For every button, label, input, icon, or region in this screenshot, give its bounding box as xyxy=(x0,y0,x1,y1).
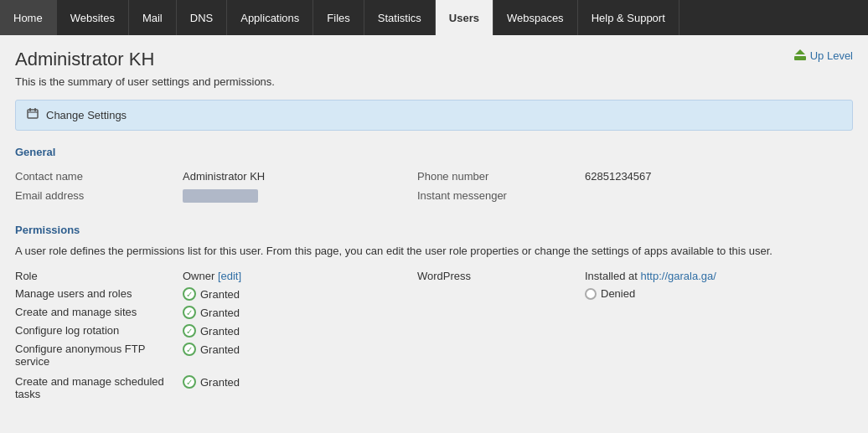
general-info: Contact name Administrator KH Phone numb… xyxy=(15,167,853,209)
nav-bar: HomeWebsitesMailDNSApplicationsFilesStat… xyxy=(0,0,868,35)
granted-label-5: Granted xyxy=(200,376,240,389)
role-value: Owner xyxy=(183,270,218,282)
perm-label-5: Create and manage scheduledtasks xyxy=(15,375,164,400)
phone-label: Phone number xyxy=(417,167,585,186)
granted-label-3: Granted xyxy=(200,325,240,338)
granted-item-4: ✓ Granted xyxy=(183,343,417,356)
denied-item: Denied xyxy=(585,287,853,300)
general-heading: General xyxy=(15,146,853,158)
contact-name-label: Contact name xyxy=(15,167,183,186)
nav-item-users[interactable]: Users xyxy=(436,0,493,35)
role-label: Role xyxy=(15,270,38,282)
settings-bar-label: Change Settings xyxy=(46,109,127,121)
perm-label-4: Configure anonymous FTPservice xyxy=(15,343,145,368)
svg-marker-1 xyxy=(795,49,805,54)
edit-link[interactable]: [edit] xyxy=(218,270,241,282)
nav-item-help---support[interactable]: Help & Support xyxy=(578,0,679,35)
page-header: Administrator KH Up Level xyxy=(15,49,853,70)
granted-item-5: ✓ Granted xyxy=(183,375,417,389)
nav-item-webspaces[interactable]: Webspaces xyxy=(493,0,578,35)
table-row: Configure anonymous FTPservice ✓ Granted xyxy=(15,340,853,373)
granted-icon-3: ✓ xyxy=(183,324,196,338)
nav-item-home[interactable]: Home xyxy=(0,0,57,35)
granted-label-4: Granted xyxy=(200,343,240,356)
app-label: WordPress xyxy=(417,270,471,282)
nav-item-mail[interactable]: Mail xyxy=(129,0,177,35)
up-level-icon xyxy=(793,49,807,62)
email-blurred xyxy=(183,189,258,203)
table-row: Configure log rotation ✓ Granted xyxy=(15,322,853,340)
perm-label-3: Configure log rotation xyxy=(15,324,119,337)
table-row: Create and manage sites ✓ Granted xyxy=(15,303,853,322)
svg-rect-2 xyxy=(28,110,38,118)
settings-bar[interactable]: Change Settings xyxy=(15,100,853,131)
svg-rect-3 xyxy=(29,108,31,111)
svg-rect-0 xyxy=(794,56,806,60)
messenger-value xyxy=(585,186,853,209)
nav-item-files[interactable]: Files xyxy=(313,0,364,35)
nav-item-statistics[interactable]: Statistics xyxy=(364,0,436,35)
granted-icon-4: ✓ xyxy=(183,343,196,356)
perm-label-2: Create and manage sites xyxy=(15,306,137,318)
granted-label-1: Granted xyxy=(200,288,240,301)
page-title: Administrator KH xyxy=(15,49,154,70)
table-row: Manage users and roles ✓ Granted Denied xyxy=(15,285,853,303)
nav-item-dns[interactable]: DNS xyxy=(177,0,227,35)
denied-label: Denied xyxy=(601,287,635,300)
main-content: Administrator KH Up Level This is the su… xyxy=(0,35,868,433)
email-label: Email address xyxy=(15,186,183,209)
installed-link[interactable]: http://garala.ga/ xyxy=(641,270,716,282)
granted-icon-2: ✓ xyxy=(183,306,196,319)
up-level-label: Up Level xyxy=(810,49,853,62)
granted-item-1: ✓ Granted xyxy=(183,287,417,301)
nav-item-applications[interactable]: Applications xyxy=(227,0,313,35)
table-row: Create and manage scheduledtasks ✓ Grant… xyxy=(15,373,853,405)
role-header-row: Role Owner [edit] WordPress Installed at… xyxy=(15,267,853,285)
denied-icon xyxy=(585,288,597,300)
messenger-label: Instant messenger xyxy=(417,186,585,209)
installed-label: Installed at xyxy=(585,270,641,282)
granted-item-3: ✓ Granted xyxy=(183,324,417,338)
nav-item-websites[interactable]: Websites xyxy=(57,0,129,35)
up-level-link[interactable]: Up Level xyxy=(793,49,853,62)
page-subtitle: This is the summary of user settings and… xyxy=(15,75,853,88)
granted-icon-5: ✓ xyxy=(183,375,196,389)
granted-label-2: Granted xyxy=(200,307,240,319)
phone-value: 62851234567 xyxy=(585,167,853,186)
permissions-table: Role Owner [edit] WordPress Installed at… xyxy=(15,267,853,405)
permissions-description: A user role defines the permissions list… xyxy=(15,245,853,257)
email-value xyxy=(183,186,417,209)
settings-icon xyxy=(26,107,39,123)
contact-name-value: Administrator KH xyxy=(183,167,417,186)
permissions-heading: Permissions xyxy=(15,224,853,236)
granted-icon-1: ✓ xyxy=(183,287,196,301)
svg-rect-4 xyxy=(34,108,36,111)
perm-label-1: Manage users and roles xyxy=(15,287,132,300)
granted-item-2: ✓ Granted xyxy=(183,306,417,319)
